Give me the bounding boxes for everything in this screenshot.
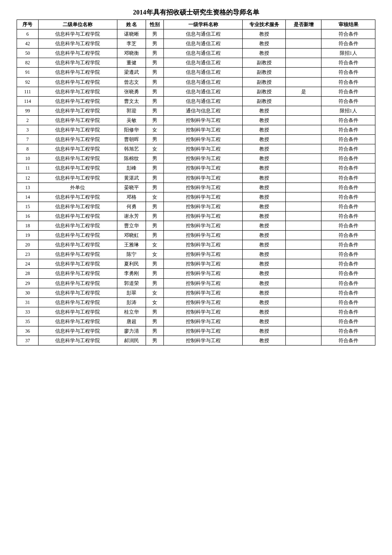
page-title: 2014年具有招收硕士研究生资格的导师名单 [17,8,375,17]
table-cell: 31 [17,297,39,307]
table-cell: 曹文太 [117,96,146,106]
table-cell: 11 [17,163,39,173]
table-cell: 男 [146,39,164,49]
table-row: 20信息科学与工程学院王雅琳女控制科学与工程教授符合条件 [17,240,375,250]
table-cell: 男 [146,135,164,144]
table-cell: 控制科学与工程 [164,259,243,269]
table-row: 15信息科学与工程学院何勇男控制科学与工程教授符合条件 [17,202,375,211]
table-cell: 信息科学与工程学院 [38,106,117,115]
table-cell: 教授 [243,250,286,259]
table-cell: 控制科学与工程 [164,211,243,221]
header-unit: 二级单位名称 [38,20,117,29]
table-cell: 29 [17,278,39,288]
table-cell [285,316,321,326]
table-cell: 教授 [243,39,286,49]
table-row: 10信息科学与工程学院陈棉纹男控制科学与工程教授符合条件 [17,154,375,163]
table-cell: 信息科学与工程学院 [38,29,117,39]
table-cell: 黄湛武 [117,173,146,183]
table-row: 28信息科学与工程学院李勇刚男控制科学与工程教授符合条件 [17,269,375,278]
table-cell: 控制科学与工程 [164,202,243,211]
table-cell: 教授 [243,211,286,221]
table-row: 16信息科学与工程学院谢永芳男控制科学与工程教授符合条件 [17,211,375,221]
table-cell: 控制科学与工程 [164,316,243,326]
table-cell [285,183,321,192]
table-cell: 37 [17,336,39,346]
table-cell: 限招1人 [321,106,375,115]
table-cell: 廖力清 [117,326,146,336]
table-cell: 符合条件 [321,250,375,259]
table-cell: 谢永芳 [117,211,146,221]
table-cell: 控制科学与工程 [164,163,243,173]
main-table: 序号 二级单位名称 姓 名 性别 一级学科名称 专业技术服务 是否新增 审核结果… [17,19,375,346]
table-cell: 控制科学与工程 [164,336,243,346]
header-special: 是否新增 [285,20,321,29]
table-row: 82信息科学与工程学院董健男信息与通信工程副教授符合条件 [17,58,375,68]
table-cell: 教授 [243,163,286,173]
table-cell: 男 [146,269,164,278]
table-cell: 符合条件 [321,259,375,269]
table-cell [285,163,321,173]
table-cell: 曹朝晖 [117,135,146,144]
table-cell: 111 [17,87,39,96]
table-row: 6信息科学与工程学院谌晓晰男信息与通信工程教授符合条件 [17,29,375,39]
table-cell: 控制科学与工程 [164,135,243,144]
table-cell: 教授 [243,49,286,58]
table-cell: 控制科学与工程 [164,173,243,183]
table-cell: 控制科学与工程 [164,144,243,154]
table-cell: 符合条件 [321,29,375,39]
table-cell: 邓晓衡 [117,49,146,58]
table-cell [285,39,321,49]
table-cell: 通信与信息工程 [164,106,243,115]
table-cell: 13 [17,183,39,192]
table-cell: 教授 [243,240,286,250]
table-cell: 符合条件 [321,144,375,154]
table-cell: 信息科学与工程学院 [38,259,117,269]
table-cell [285,115,321,125]
table-cell: 韩旭艺 [117,144,146,154]
table-cell: 7 [17,135,39,144]
table-cell: 李芝 [117,39,146,49]
table-cell: 男 [146,154,164,163]
header-name: 姓 名 [117,20,146,29]
table-cell: 男 [146,77,164,87]
table-row: 3信息科学与工程学院阳修华女控制科学与工程教授符合条件 [17,125,375,135]
table-cell [285,192,321,202]
table-cell: 吴敏 [117,115,146,125]
table-cell: 男 [146,183,164,192]
table-cell: 符合条件 [321,202,375,211]
table-cell: 信息与通信工程 [164,49,243,58]
table-cell: 符合条件 [321,173,375,183]
header-title: 专业技术服务 [243,20,286,29]
table-cell: 男 [146,115,164,125]
table-cell: 男 [146,211,164,221]
table-cell [285,240,321,250]
table-cell: 女 [146,240,164,250]
table-cell: 男 [146,29,164,39]
table-cell: 女 [146,288,164,297]
table-cell: 教授 [243,202,286,211]
table-cell: 信息科学与工程学院 [38,96,117,106]
table-cell: 教授 [243,183,286,192]
table-cell: 信息科学与工程学院 [38,250,117,259]
table-cell: 副教授 [243,68,286,77]
table-cell [285,202,321,211]
table-cell: 信息与通信工程 [164,68,243,77]
table-cell: 男 [146,221,164,230]
table-cell: 曹立华 [117,221,146,230]
table-cell: 阳修华 [117,125,146,135]
table-cell: 控制科学与工程 [164,250,243,259]
table-cell: 14 [17,192,39,202]
table-cell: 董健 [117,58,146,68]
table-header-row: 序号 二级单位名称 姓 名 性别 一级学科名称 专业技术服务 是否新增 审核结果 [17,20,375,29]
table-row: 35信息科学与工程学院唐超男控制科学与工程教授符合条件 [17,316,375,326]
table-cell: 控制科学与工程 [164,115,243,125]
table-cell [285,269,321,278]
table-cell: 控制科学与工程 [164,183,243,192]
table-cell: 91 [17,68,39,77]
table-cell: 符合条件 [321,278,375,288]
table-cell: 信息与通信工程 [164,87,243,96]
table-cell: 男 [146,58,164,68]
table-cell: 副教授 [243,87,286,96]
table-cell: 信息科学与工程学院 [38,77,117,87]
table-cell: 信息科学与工程学院 [38,307,117,316]
